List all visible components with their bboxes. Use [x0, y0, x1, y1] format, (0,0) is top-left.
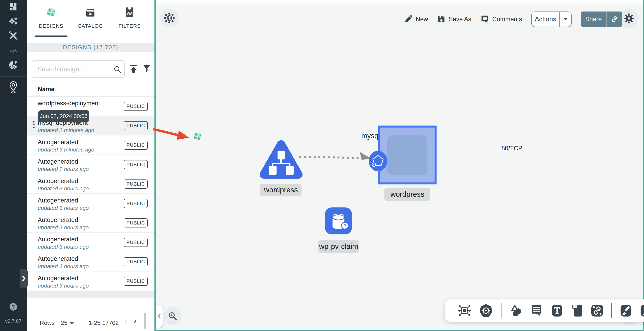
cluster-context-button[interactable]: [160, 9, 179, 27]
next-page-button[interactable]: ›: [134, 317, 136, 324]
tab-catalog[interactable]: CATALOG: [74, 4, 107, 36]
comments-button[interactable]: Comments: [480, 15, 522, 23]
performance-icon[interactable]: [0, 45, 26, 55]
search-box: [32, 60, 125, 78]
design-name: Autogenerated: [38, 275, 78, 282]
copy-link-button[interactable]: [607, 11, 622, 27]
actions-button-label[interactable]: Actions: [532, 12, 560, 26]
service-triangle-icon: [258, 137, 304, 182]
search-icon: [113, 65, 122, 75]
design-list-item[interactable]: Autogenerated updated 3 hours ago PUBLIC: [26, 252, 154, 272]
rectangle-tool-icon[interactable]: [571, 304, 583, 317]
extensions-icon[interactable]: [0, 59, 26, 71]
new-button[interactable]: New: [404, 15, 428, 23]
lifecycle-gears-icon[interactable]: [0, 16, 26, 26]
caret-down-icon: [564, 18, 568, 21]
design-updated: updated 3 hours ago: [38, 224, 89, 231]
design-list-item[interactable]: Autogenerated updated 3 minutes ago PUBL…: [26, 135, 154, 155]
tab-catalog-label: CATALOG: [74, 23, 107, 29]
link-icon: [610, 15, 618, 23]
rows-per-page-caret-icon[interactable]: [70, 322, 74, 326]
configuration-tools-icon[interactable]: [0, 30, 26, 41]
design-updated: updated 3 hours ago: [38, 283, 89, 289]
shapes-tool-icon[interactable]: [510, 304, 522, 317]
search-input[interactable]: [37, 62, 112, 76]
node-mysql-deployment[interactable]: [191, 130, 204, 142]
help-button[interactable]: ?: [10, 303, 17, 311]
tab-filters[interactable]: WA FILTERS: [113, 4, 146, 36]
link-tool-icon[interactable]: [591, 304, 604, 317]
design-canvas[interactable]: New Save As Comments Actions Share: [154, 0, 644, 331]
rows-label: Rows: [40, 320, 54, 326]
drawer-tabs: DESIGNS CATALOG WA: [26, 0, 154, 41]
deployment-inner-pod: [387, 135, 428, 175]
row-menu-icon[interactable]: [32, 121, 36, 128]
share-button-label[interactable]: Share: [581, 11, 606, 27]
list-scrollbar[interactable]: [144, 313, 146, 329]
dock-divider: [612, 303, 612, 318]
pencil-tool-icon[interactable]: [640, 304, 644, 317]
prev-page-button[interactable]: ‹: [125, 317, 127, 324]
drawer-collapse-button[interactable]: [156, 305, 162, 328]
share-button[interactable]: Share: [581, 11, 622, 27]
tab-designs[interactable]: DESIGNS: [34, 4, 68, 36]
designs-drawer: DESIGNS CATALOG WA: [26, 0, 154, 331]
design-updated: updated 3 hours ago: [38, 205, 89, 211]
design-updated: updated 3 hours ago: [38, 185, 89, 192]
actions-dropdown-caret[interactable]: [560, 12, 571, 26]
design-name: wordpress-deployment: [38, 100, 100, 107]
rows-per-page-select[interactable]: 25: [61, 320, 67, 326]
design-list-item[interactable]: Autogenerated updated 2 hours ago PUBLIC: [26, 155, 154, 174]
node-wp-pv-claim-label: wp-pv-claim: [318, 240, 359, 253]
design-list-item[interactable]: Autogenerated updated 3 hours ago PUBLIC: [26, 213, 154, 233]
meshery-design-icon: [191, 130, 204, 142]
design-updated: updated 3 hours ago: [38, 263, 89, 270]
port-badge[interactable]: [368, 150, 388, 172]
actions-button[interactable]: Actions: [531, 11, 572, 27]
volume-claim-icon: ?: [325, 207, 352, 234]
svg-text:WA: WA: [127, 12, 132, 16]
service-edge[interactable]: [299, 157, 365, 158]
node-wordpress-service[interactable]: [258, 137, 304, 182]
design-updated: updated 3 hours ago: [38, 244, 89, 250]
zoom-in-button[interactable]: [164, 307, 182, 325]
visibility-badge: PUBLIC: [124, 102, 148, 111]
component-tool-icon[interactable]: [458, 304, 471, 317]
pencil-icon: [404, 15, 412, 23]
arrow-pen-tool-icon[interactable]: [620, 304, 632, 317]
design-list-item[interactable]: Autogenerated updated 3 hours ago PUBLIC: [26, 174, 154, 194]
design-name: Autogenerated: [38, 236, 78, 243]
design-list-item[interactable]: Autogenerated updated 3 hours ago PUBLIC: [26, 233, 154, 252]
tab-filters-label: FILTERS: [113, 23, 146, 29]
pagination-bar: Rows 25 1-25 17702 ‹ ›: [26, 298, 154, 331]
design-list-item[interactable]: Autogenerated updated 3 hours ago PUBLIC: [26, 194, 154, 213]
edge-port-label: 80/TCP: [502, 145, 522, 152]
dashboard-icon[interactable]: [0, 1, 26, 12]
design-name: Autogenerated: [38, 158, 78, 165]
node-wordpress-deployment-label: wordpress: [384, 188, 430, 201]
upload-design-icon[interactable]: [129, 64, 138, 74]
catalog-archive-icon: [74, 4, 107, 20]
design-updated: updated 2 hours ago: [38, 166, 89, 172]
node-wp-pv-claim[interactable]: ?: [325, 207, 352, 234]
kanvas-pin-icon[interactable]: [0, 80, 26, 94]
canvas-dock: [445, 300, 644, 322]
visibility-badge: PUBLIC: [124, 121, 148, 130]
save-as-button[interactable]: Save As: [437, 15, 471, 23]
comment-tool-icon[interactable]: [530, 304, 543, 317]
text-tool-icon[interactable]: [551, 304, 563, 317]
tab-designs-label: DESIGNS: [34, 23, 68, 29]
canvas-toolbar: New Save As Comments Actions Share: [404, 11, 622, 27]
settings-button[interactable]: [620, 9, 638, 28]
version-label: v0.7.67: [0, 318, 26, 324]
visibility-badge: PUBLIC: [124, 277, 148, 286]
design-name: Autogenerated: [38, 216, 78, 224]
design-list-item[interactable]: Autogenerated updated 3 hours ago PUBLIC: [26, 272, 154, 291]
design-name: Autogenerated: [38, 255, 78, 262]
design-name: Autogenerated: [38, 197, 78, 204]
sidebar-expand-button[interactable]: [20, 269, 28, 288]
node-wordpress-service-label: wordpress: [260, 184, 302, 196]
svg-text:?: ?: [344, 223, 346, 228]
kubernetes-tool-icon[interactable]: [479, 304, 493, 318]
filter-funnel-icon[interactable]: [142, 64, 151, 74]
